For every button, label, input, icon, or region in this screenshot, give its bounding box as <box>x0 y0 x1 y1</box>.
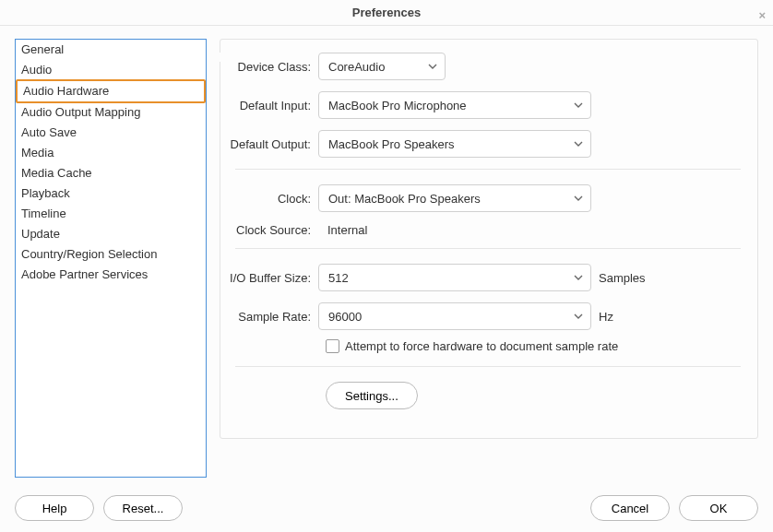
divider <box>235 366 741 367</box>
sidebar-item-country-region[interactable]: Country/Region Selection <box>16 244 206 265</box>
chevron-down-icon <box>574 139 583 148</box>
sidebar-item-partner-services[interactable]: Adobe Partner Services <box>16 265 206 285</box>
sidebar-item-audio-output-mapping[interactable]: Audio Output Mapping <box>16 102 206 123</box>
sample-rate-suffix: Hz <box>599 310 613 324</box>
chevron-down-icon <box>574 312 583 321</box>
clock-source-value: Internal <box>318 223 367 237</box>
default-input-label: Default Input: <box>226 99 318 112</box>
sidebar-item-audio-hardware[interactable]: Audio Hardware <box>16 79 206 103</box>
sidebar-item-media-cache[interactable]: Media Cache <box>16 163 206 183</box>
preferences-sidebar: General Audio Audio Hardware Audio Outpu… <box>15 39 207 478</box>
dialog-footer: Help Reset... Cancel OK <box>15 495 758 521</box>
settings-button[interactable]: Settings... <box>326 382 418 409</box>
window-title: Preferences <box>352 6 421 19</box>
force-hardware-checkbox[interactable] <box>326 339 339 353</box>
help-button[interactable]: Help <box>15 495 94 521</box>
clock-select[interactable]: Out: MacBook Pro Speakers <box>318 184 591 212</box>
preferences-panel: Device Class: CoreAudio Default Input: M… <box>220 39 758 439</box>
sidebar-item-timeline[interactable]: Timeline <box>16 204 206 224</box>
default-output-select[interactable]: MacBook Pro Speakers <box>318 130 591 158</box>
default-output-label: Default Output: <box>226 137 318 151</box>
chevron-down-icon <box>428 62 437 71</box>
chevron-down-icon <box>574 194 583 203</box>
sidebar-item-auto-save[interactable]: Auto Save <box>16 123 206 143</box>
device-class-label: Device Class: <box>226 60 318 74</box>
io-buffer-suffix: Samples <box>599 271 646 285</box>
default-input-select[interactable]: MacBook Pro Microphone <box>318 91 591 119</box>
sidebar-item-update[interactable]: Update <box>16 224 206 244</box>
clock-label: Clock: <box>226 192 318 206</box>
reset-button[interactable]: Reset... <box>103 495 183 521</box>
chevron-down-icon <box>574 100 583 110</box>
sidebar-item-audio[interactable]: Audio <box>16 60 206 80</box>
clock-source-label: Clock Source: <box>226 223 318 237</box>
force-hardware-label: Attempt to force hardware to document sa… <box>345 339 618 353</box>
sidebar-item-general[interactable]: General <box>16 40 206 60</box>
sidebar-item-playback[interactable]: Playback <box>16 183 206 204</box>
ok-button[interactable]: OK <box>679 495 758 521</box>
chevron-down-icon <box>574 273 583 282</box>
io-buffer-select[interactable]: 512 <box>318 264 591 291</box>
close-icon[interactable]: × <box>758 3 766 29</box>
divider <box>235 169 741 170</box>
sample-rate-label: Sample Rate: <box>226 310 318 324</box>
sidebar-item-media[interactable]: Media <box>16 143 206 163</box>
io-buffer-label: I/O Buffer Size: <box>226 271 318 285</box>
cancel-button[interactable]: Cancel <box>590 495 670 521</box>
divider <box>235 248 741 249</box>
device-class-select[interactable]: CoreAudio <box>318 53 446 80</box>
sample-rate-select[interactable]: 96000 <box>318 302 591 330</box>
window-titlebar: Preferences × <box>0 0 773 26</box>
